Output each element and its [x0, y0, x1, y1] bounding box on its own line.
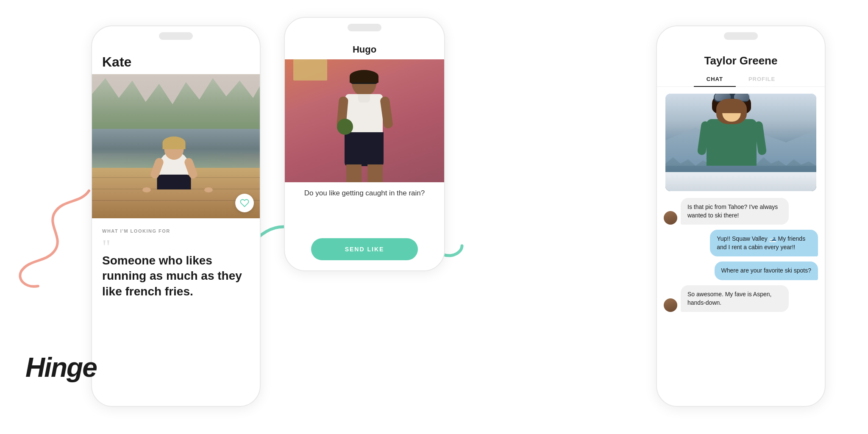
hugo-prompt: Do you like getting caught in the rain? — [292, 182, 437, 238]
message-bubble-3: Where are your favorite ski spots? — [715, 262, 818, 280]
hugo-profile-photo — [285, 59, 444, 182]
kate-profile-photo — [92, 74, 260, 218]
taylor-photo-area — [657, 87, 825, 198]
message-bubble-4: So awesome. My fave is Aspen, hands-down… — [681, 285, 789, 312]
sender-avatar-2 — [664, 298, 677, 312]
message-row-3: Where are your favorite ski spots? — [664, 262, 818, 280]
looking-for-label: WHAT I'M LOOKING FOR — [102, 228, 250, 234]
send-like-button[interactable]: SEND LIKE — [311, 238, 418, 260]
looking-for-section: WHAT I'M LOOKING FOR " Someone who likes… — [92, 218, 260, 299]
tab-profile[interactable]: PROFILE — [736, 72, 788, 86]
phone-mockup-2: Hugo — [284, 17, 445, 271]
phone-mockup-3: Taylor Greene CHAT PROFILE — [656, 25, 826, 407]
looking-for-text: Someone who likes running as much as the… — [102, 253, 250, 299]
hugo-profile-name: Hugo — [353, 39, 376, 59]
chat-tabs: CHAT PROFILE — [657, 72, 825, 87]
app-logo: Hinge — [25, 352, 97, 383]
sender-avatar-1 — [664, 211, 677, 225]
phone-mockup-1: Kate — [91, 25, 261, 407]
tab-chat[interactable]: CHAT — [694, 72, 736, 86]
chat-messages-container: Is that pic from Tahoe? I've always want… — [657, 198, 825, 406]
message-bubble-2: Yup!! Squaw Valley 🎿 My friends and I re… — [710, 230, 818, 256]
message-row-2: Yup!! Squaw Valley 🎿 My friends and I re… — [664, 230, 818, 256]
taylor-profile-photo — [665, 94, 816, 191]
taylor-profile-name: Taylor Greene — [657, 47, 825, 72]
kate-profile-name: Kate — [92, 47, 260, 74]
message-row-4: So awesome. My fave is Aspen, hands-down… — [664, 285, 818, 312]
message-bubble-1: Is that pic from Tahoe? I've always want… — [681, 198, 789, 225]
message-row-1: Is that pic from Tahoe? I've always want… — [664, 198, 818, 225]
like-heart-button[interactable] — [235, 194, 254, 212]
